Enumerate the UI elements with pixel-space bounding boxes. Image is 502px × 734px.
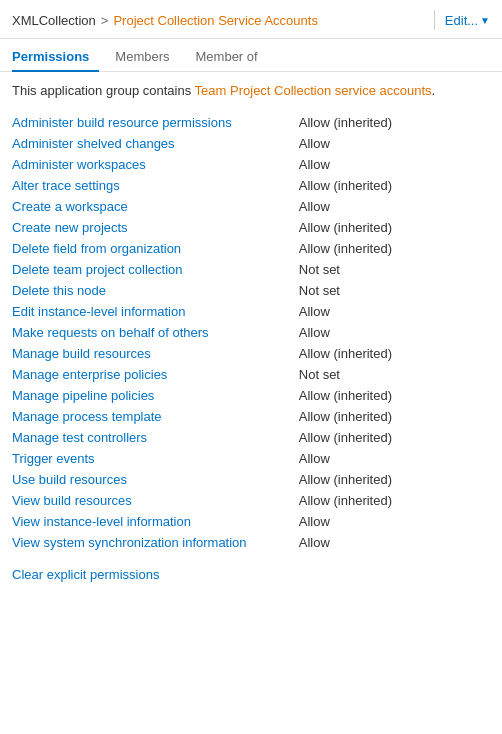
table-row: Make requests on behalf of othersAllow — [12, 322, 490, 343]
header-divider — [434, 10, 435, 30]
permission-value: Allow — [299, 133, 490, 154]
permission-value: Allow (inherited) — [299, 343, 490, 364]
tabs-bar: Permissions Members Member of — [0, 43, 502, 72]
table-row: Use build resourcesAllow (inherited) — [12, 469, 490, 490]
permission-name[interactable]: Administer workspaces — [12, 154, 299, 175]
table-row: Alter trace settingsAllow (inherited) — [12, 175, 490, 196]
permission-name[interactable]: Use build resources — [12, 469, 299, 490]
table-row: Create new projectsAllow (inherited) — [12, 217, 490, 238]
permission-value: Allow — [299, 532, 490, 553]
table-row: Administer workspacesAllow — [12, 154, 490, 175]
permission-value: Not set — [299, 364, 490, 385]
permission-value: Allow (inherited) — [299, 406, 490, 427]
table-row: Create a workspaceAllow — [12, 196, 490, 217]
table-row: View instance-level informationAllow — [12, 511, 490, 532]
chevron-down-icon: ▼ — [480, 15, 490, 26]
permission-value: Allow (inherited) — [299, 217, 490, 238]
description-prefix: This application group contains — [12, 83, 195, 98]
permission-value: Allow (inherited) — [299, 385, 490, 406]
table-row: View system synchronization informationA… — [12, 532, 490, 553]
table-row: Administer build resource permissionsAll… — [12, 112, 490, 133]
edit-button-label: Edit... — [445, 13, 478, 28]
permission-name[interactable]: Alter trace settings — [12, 175, 299, 196]
permission-name[interactable]: Create new projects — [12, 217, 299, 238]
permission-value: Allow — [299, 322, 490, 343]
group-description: This application group contains Team Pro… — [12, 82, 490, 100]
permission-value: Allow (inherited) — [299, 490, 490, 511]
permission-name[interactable]: View system synchronization information — [12, 532, 299, 553]
table-row: Delete this nodeNot set — [12, 280, 490, 301]
table-row: Manage enterprise policiesNot set — [12, 364, 490, 385]
permission-value: Allow — [299, 301, 490, 322]
permission-name[interactable]: Manage build resources — [12, 343, 299, 364]
table-row: Administer shelved changesAllow — [12, 133, 490, 154]
permission-value: Allow (inherited) — [299, 238, 490, 259]
permission-value: Allow (inherited) — [299, 427, 490, 448]
permission-name[interactable]: Administer build resource permissions — [12, 112, 299, 133]
permission-name[interactable]: Create a workspace — [12, 196, 299, 217]
permission-name[interactable]: Trigger events — [12, 448, 299, 469]
permissions-table: Administer build resource permissionsAll… — [12, 112, 490, 553]
description-highlight: Team Project Collection service accounts — [195, 83, 432, 98]
permission-name[interactable]: Manage process template — [12, 406, 299, 427]
permission-value: Not set — [299, 259, 490, 280]
permission-name[interactable]: Manage enterprise policies — [12, 364, 299, 385]
permission-name[interactable]: Delete this node — [12, 280, 299, 301]
permission-name[interactable]: Make requests on behalf of others — [12, 322, 299, 343]
permission-value: Allow — [299, 448, 490, 469]
table-row: Delete field from organizationAllow (inh… — [12, 238, 490, 259]
permission-name[interactable]: Manage pipeline policies — [12, 385, 299, 406]
permission-value: Allow — [299, 196, 490, 217]
table-row: Trigger eventsAllow — [12, 448, 490, 469]
permission-name[interactable]: View instance-level information — [12, 511, 299, 532]
tab-permissions[interactable]: Permissions — [12, 43, 99, 72]
permission-value: Allow (inherited) — [299, 175, 490, 196]
clear-explicit-permissions-link[interactable]: Clear explicit permissions — [12, 567, 159, 582]
breadcrumb-collection[interactable]: XMLCollection — [12, 13, 96, 28]
table-row: Manage pipeline policiesAllow (inherited… — [12, 385, 490, 406]
edit-button[interactable]: Edit... ▼ — [445, 13, 490, 28]
description-suffix: . — [432, 83, 436, 98]
table-row: Manage test controllersAllow (inherited) — [12, 427, 490, 448]
table-row: Manage process templateAllow (inherited) — [12, 406, 490, 427]
table-row: Delete team project collectionNot set — [12, 259, 490, 280]
permission-name[interactable]: Administer shelved changes — [12, 133, 299, 154]
table-row: Manage build resourcesAllow (inherited) — [12, 343, 490, 364]
breadcrumb-separator: > — [101, 13, 109, 28]
permission-name[interactable]: Delete field from organization — [12, 238, 299, 259]
tab-member-of[interactable]: Member of — [196, 43, 268, 71]
breadcrumb-current: Project Collection Service Accounts — [113, 13, 317, 28]
main-content: This application group contains Team Pro… — [0, 72, 502, 592]
table-row: Edit instance-level informationAllow — [12, 301, 490, 322]
header: XMLCollection > Project Collection Servi… — [0, 0, 502, 39]
permission-value: Allow (inherited) — [299, 469, 490, 490]
permission-value: Not set — [299, 280, 490, 301]
permission-value: Allow (inherited) — [299, 112, 490, 133]
permission-name[interactable]: Delete team project collection — [12, 259, 299, 280]
permission-name[interactable]: View build resources — [12, 490, 299, 511]
table-row: View build resourcesAllow (inherited) — [12, 490, 490, 511]
tab-members[interactable]: Members — [115, 43, 179, 71]
permission-name[interactable]: Manage test controllers — [12, 427, 299, 448]
permission-value: Allow — [299, 154, 490, 175]
permission-name[interactable]: Edit instance-level information — [12, 301, 299, 322]
permission-value: Allow — [299, 511, 490, 532]
breadcrumb: XMLCollection > Project Collection Servi… — [12, 13, 424, 28]
